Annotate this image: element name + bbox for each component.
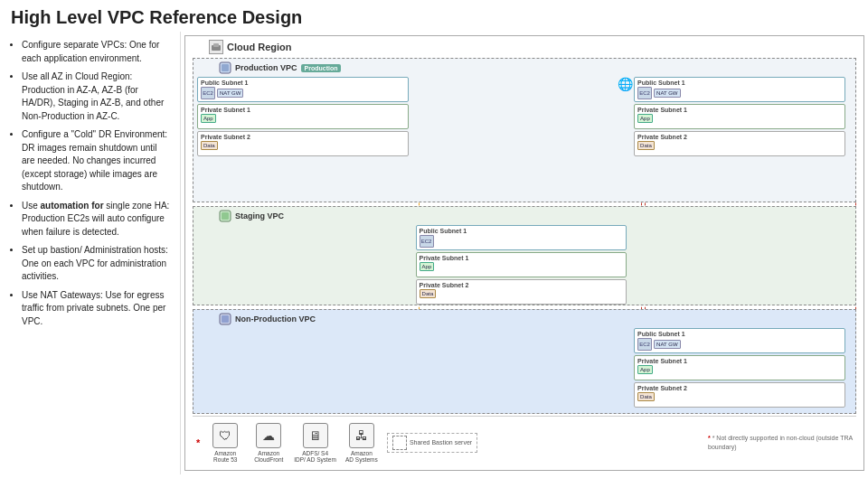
shared-bastion-box: Shared Bastion server [387, 433, 477, 453]
prod-az-a-private-subnet-1: Private Subnet 1 App [197, 104, 409, 129]
sidebar: Configure separate VPCs: One for each ap… [0, 32, 181, 474]
nonprod-vpc-section: Non-Production VPC Public Subnet 1 EC2 N… [193, 309, 856, 414]
cloud-region-icon [209, 40, 223, 54]
data-chip-staging-b: Data [420, 289, 437, 298]
nonprod-az-c-subnets: Public Subnet 1 EC2 NAT GW Private Subne… [630, 326, 849, 413]
ec2-icon-prod-b: EC2 [637, 87, 652, 99]
staging-az-b-public-subnet-1: Public Subnet 1 EC2 [416, 225, 627, 250]
legend-note: * * Not directly supported in non-cloud … [708, 434, 853, 450]
app-chip-prod-a1: App [201, 114, 216, 123]
staging-az-b-private-subnet-1: Private Subnet 1 App [416, 252, 627, 277]
nonprod-vpc-label: Non-Production VPC [219, 313, 316, 325]
page-title: High Level VPC Reference Design [0, 0, 868, 32]
shared-bastion-icon [392, 436, 407, 450]
production-badge: Production [301, 64, 342, 72]
app-chip-staging-b: App [420, 262, 435, 271]
bullet-list: Configure separate VPCs: One for each ap… [9, 39, 171, 328]
nonprod-subnets-grid: Public Subnet 1 EC2 NAT GW Private Subne… [193, 326, 855, 413]
cloudfront-icon: ☁ [256, 423, 281, 448]
internet-gw-icon: 🌐 [618, 77, 633, 91]
prod-az-b-public-subnet-1: Public Subnet 1 EC2 NAT GW [634, 77, 845, 102]
nonprod-az-c-public-subnet-1: Public Subnet 1 EC2 NAT GW [634, 328, 845, 353]
nonprod-az-c-private-subnet-1: Private Subnet 1 App [634, 355, 845, 380]
natgw-chip-prod-a: NAT GW [217, 89, 243, 98]
ec2-icon-prod-a: EC2 [201, 87, 215, 99]
route53-icon: 🛡 [212, 423, 238, 448]
app-chip-nonprod-c: App [637, 365, 653, 374]
svg-rect-3 [222, 64, 229, 71]
bullet-2: Use all AZ in Cloud Region: Production i… [22, 70, 171, 123]
prod-az-b-private-subnet-1: Private Subnet 1 App [634, 104, 845, 129]
bullet-3: Configure a "Cold" DR Environment: DR im… [22, 128, 171, 194]
staging-vpc-section: Staging VPC Public Subnet 1 EC2 Private … [193, 206, 856, 305]
prod-az-a-private-subnet-2: Private Subnet 2 Data [197, 131, 409, 156]
asterisk-marker: * [196, 437, 200, 448]
data-chip-prod-a: Data [201, 141, 218, 150]
legend-route53: 🛡 Amazon Route 53 [207, 423, 243, 463]
production-vpc-label: Production VPC Production [219, 61, 341, 74]
legend-area: * 🛡 Amazon Route 53 ☁ Amazon CloudFront … [193, 416, 856, 468]
production-vpc-section: Production VPC Production Public Subnet … [193, 58, 856, 202]
svg-rect-5 [222, 212, 229, 220]
staging-az-b-private-subnet-2: Private Subnet 2 Data [416, 279, 627, 305]
natgw-chip-nonprod-c: NAT GW [654, 340, 680, 349]
ad-systems-icon: 🖧 [349, 423, 374, 448]
bullet-4: Use automation for single zone HA: Produ… [22, 200, 171, 239]
legend-adfs: 🖥 ADFS/ S4 IDP/ AD System [294, 423, 336, 463]
nonprod-az-c-private-subnet-2: Private Subnet 2 Data [634, 382, 845, 408]
staging-az-b-subnets: Public Subnet 1 EC2 Private Subnet 1 App… [412, 223, 631, 305]
prod-az-a-subnets: Public Subnet 1 EC2 NAT GW Private Subne… [193, 75, 412, 202]
bullet-5: Set up bastion/ Administration hosts: On… [22, 244, 171, 284]
cloud-region-label: Cloud Region [209, 40, 292, 54]
data-chip-prod-b: Data [637, 141, 655, 150]
legend-cloudfront: ☁ Amazon CloudFront [250, 423, 287, 463]
diagram-area: Cloud Region Availability Zone A Availab… [184, 35, 864, 471]
natgw-chip-prod-b: NAT GW [654, 89, 680, 98]
svg-rect-7 [222, 315, 229, 323]
ec2-icon-nonprod-c: EC2 [637, 338, 652, 351]
ec2-icon-staging-b: EC2 [420, 235, 434, 248]
legend-ad-systems: 🖧 Amazon AD Systems [344, 423, 380, 463]
prod-subnets-grid: Public Subnet 1 EC2 NAT GW Private Subne… [193, 75, 855, 202]
prod-az-b-private-subnet-2: Private Subnet 2 Data [634, 131, 845, 156]
app-chip-prod-b1: App [637, 114, 653, 123]
staging-vpc-label: Staging VPC [219, 210, 284, 222]
bullet-1: Configure separate VPCs: One for each ap… [22, 39, 171, 65]
prod-az-b-subnets: Public Subnet 1 EC2 NAT GW Private Subne… [630, 75, 849, 202]
adfs-icon: 🖥 [303, 423, 328, 448]
svg-rect-1 [213, 43, 219, 47]
bullet-6: Use NAT Gateways: Use for egress traffic… [22, 289, 171, 329]
prod-az-a-public-subnet-1: Public Subnet 1 EC2 NAT GW [197, 77, 409, 102]
staging-subnets-grid: Public Subnet 1 EC2 Private Subnet 1 App… [193, 223, 855, 305]
data-chip-nonprod-c: Data [637, 392, 655, 401]
